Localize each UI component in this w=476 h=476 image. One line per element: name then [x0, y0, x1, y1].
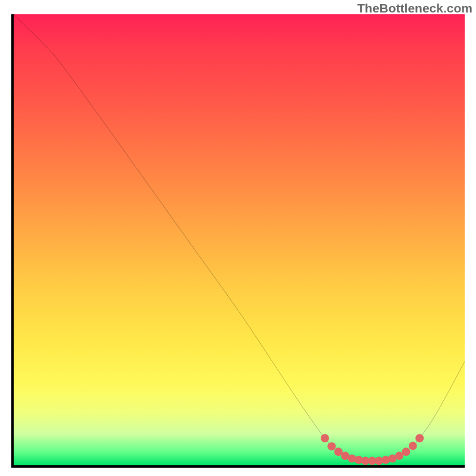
optimal-marker [402, 447, 410, 456]
chart-svg [14, 14, 465, 465]
attribution-text: TheBottleneck.com [357, 1, 472, 15]
optimal-marker [415, 434, 424, 443]
chart-frame [11, 14, 465, 468]
bottleneck-curve [14, 14, 465, 461]
optimal-marker [321, 434, 329, 443]
plot-area [14, 14, 465, 465]
optimal-marker [327, 442, 336, 450]
optimal-marker [409, 441, 417, 450]
optimal-range-markers [321, 434, 424, 465]
